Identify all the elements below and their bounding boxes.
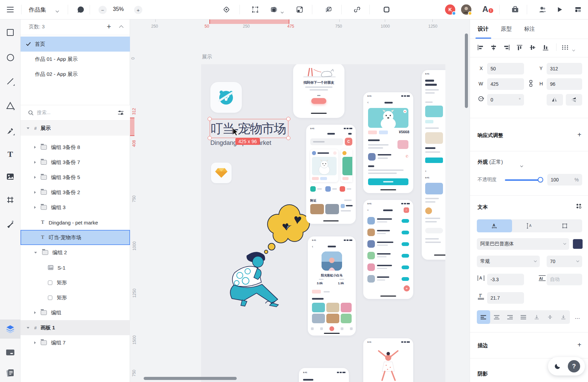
phone-mockup-welcome[interactable]: 9:11 <box>363 338 413 382</box>
expand-arrow-icon[interactable] <box>34 176 36 179</box>
font-color-swatch[interactable] <box>573 239 583 249</box>
responsive-add-button[interactable]: + <box>577 131 582 139</box>
w-input[interactable]: 425 <box>487 78 524 90</box>
distribute-chevron-icon[interactable] <box>573 46 575 52</box>
toolbox-icon[interactable] <box>510 5 520 14</box>
phone-mockup-feed[interactable]: 9:41 C <box>306 125 356 224</box>
phone-mockup-profile[interactable]: 9:41 ‹ 阳光彩虹小白马 3.8k 1.9k <box>308 236 356 336</box>
share-users-icon[interactable] <box>538 5 547 14</box>
pen-tool-icon[interactable] <box>5 125 16 136</box>
boolean-operation-icon[interactable] <box>269 5 278 14</box>
phone-mockup-clipped-right[interactable]: 9:41 ‹ 9:41 <box>422 70 445 260</box>
phone-mockup-partial[interactable]: 9:41 <box>299 368 349 382</box>
opacity-slider-thumb[interactable] <box>538 177 543 182</box>
text-styles-icon[interactable] <box>576 203 582 209</box>
collapse-arrow-icon[interactable] <box>27 327 29 329</box>
frame-slice-tool-icon[interactable] <box>5 194 16 205</box>
assets-doc-icon[interactable] <box>5 367 16 378</box>
tab-prototype[interactable]: 原型 <box>501 19 512 39</box>
text-more-options-button[interactable]: … <box>575 314 580 320</box>
layout-panels-icon[interactable] <box>573 5 583 14</box>
link-tool-icon[interactable] <box>352 5 362 14</box>
layer-row-text-dingdang-selected[interactable]: T 叮当-宠物市场 <box>21 230 130 245</box>
present-play-icon[interactable] <box>555 5 564 14</box>
expand-arrow-icon[interactable] <box>34 341 36 344</box>
appearance-chevron-icon[interactable] <box>521 162 523 168</box>
font-family-select[interactable]: 阿里巴巴普惠体 <box>477 238 569 250</box>
add-page-button[interactable]: + <box>107 22 111 31</box>
blend-mode-value[interactable]: (正常) <box>489 159 503 165</box>
layer-row-group[interactable]: 编组 <box>21 305 130 320</box>
collapse-arrow-icon[interactable] <box>27 127 29 129</box>
dark-mode-toggle[interactable] <box>551 360 564 372</box>
layers-panel-icon[interactable] <box>5 324 16 335</box>
phone-mockup-onboarding[interactable]: 找到你下一个好朋友 <box>293 64 344 118</box>
collaborator-avatar-k[interactable]: K <box>445 4 455 15</box>
thought-bubble-illustration[interactable]: ♥ ♥ <box>262 204 313 256</box>
components-library-icon[interactable] <box>5 347 16 358</box>
flip-horizontal-button[interactable] <box>547 94 563 106</box>
scale-tool-icon[interactable] <box>295 5 304 14</box>
zoom-level[interactable]: 35% <box>113 6 124 12</box>
expand-arrow-icon[interactable] <box>34 206 36 209</box>
layer-row-group[interactable]: 编组 3 <box>21 200 130 215</box>
align-text-top-button[interactable] <box>530 310 543 324</box>
comment-icon[interactable] <box>76 5 86 14</box>
align-top-icon[interactable] <box>516 44 523 51</box>
search-input[interactable]: 搜索... <box>37 110 51 116</box>
line-height-input[interactable]: 自动 <box>547 274 582 285</box>
layer-row-artboard-1[interactable]: # 画板 1 <box>21 320 130 335</box>
zoom-out-button[interactable]: − <box>99 6 107 14</box>
file-name[interactable]: 作品集 <box>29 6 46 14</box>
sketch-logo-card[interactable] <box>211 163 232 183</box>
layer-row-group-2[interactable]: 编组 2 <box>21 245 130 260</box>
main-menu-button[interactable] <box>5 5 15 14</box>
stroke-add-button[interactable]: + <box>577 341 582 349</box>
align-text-justify-button[interactable] <box>517 310 530 324</box>
artboard-zhanshi[interactable]: 叮当-宠物市场 Dingdang - pet market 425 x 96 <box>201 64 445 382</box>
brush-tool-icon[interactable] <box>5 218 16 229</box>
layer-row-group[interactable]: 编组 3备份 2 <box>21 185 130 200</box>
expand-arrow-icon[interactable] <box>34 161 36 164</box>
text-mode-auto-height[interactable]: A <box>512 219 547 232</box>
tab-design[interactable]: 设计 <box>478 19 488 39</box>
help-button[interactable]: ? <box>568 360 580 372</box>
layer-row-group-7[interactable]: 编组 7 <box>21 335 130 350</box>
page-item-work-01[interactable]: 作品 01 - App 展示 <box>21 52 130 67</box>
selection-handle-se[interactable] <box>286 136 290 140</box>
phone-mockup-detail[interactable]: 9:41 ‹ ♥ ¥5668 ✆ <box>363 92 413 193</box>
selection-handle-nw[interactable] <box>208 117 212 121</box>
x-input[interactable]: 50 <box>487 63 524 74</box>
filter-icon[interactable] <box>118 110 124 115</box>
mask-tool-icon[interactable] <box>324 5 333 14</box>
image-tool-icon[interactable] <box>5 171 16 182</box>
font-weight-select[interactable]: 常规 <box>477 256 540 267</box>
rectangle-tool-icon[interactable] <box>5 27 16 38</box>
line-tool-icon[interactable] <box>5 76 16 87</box>
align-left-icon[interactable] <box>477 44 484 51</box>
align-text-center-button[interactable] <box>490 310 504 324</box>
layer-row-text-dingdang-en[interactable]: T Dingdang - pet marke <box>21 215 130 230</box>
selection-handle-ne[interactable] <box>286 117 290 121</box>
layer-row-group[interactable]: 编组 3备份 8 <box>21 140 130 155</box>
frame-tool-icon[interactable] <box>382 5 391 14</box>
y-input[interactable]: 312 <box>547 63 582 74</box>
align-text-bottom-button[interactable] <box>557 310 570 324</box>
canvas-viewport[interactable]: 250 50 250 475 750 1000 1250 0 312 408 7… <box>130 19 470 382</box>
expand-arrow-icon[interactable] <box>34 311 36 314</box>
app-logo-card[interactable] <box>210 82 242 113</box>
vertical-scrollbar[interactable] <box>465 33 468 108</box>
font-warning-button[interactable]: A ! <box>482 4 488 14</box>
page-item-home[interactable]: 首页 <box>21 37 130 52</box>
h-input[interactable]: 96 <box>547 78 582 90</box>
align-right-icon[interactable] <box>503 44 510 51</box>
layer-row-group[interactable]: 编组 3备份 7 <box>21 155 130 170</box>
opacity-input[interactable]: 100% <box>547 174 582 186</box>
artboard-title[interactable]: 展示 <box>202 54 212 60</box>
horizontal-scrollbar[interactable] <box>144 377 237 380</box>
text-mode-auto-width[interactable]: A <box>477 219 512 232</box>
align-bottom-icon[interactable] <box>542 44 549 51</box>
layer-row-image-s1[interactable]: S-1 <box>21 260 130 275</box>
text-tool-icon[interactable]: T <box>5 149 16 160</box>
page-item-work-02[interactable]: 作品 02 - App 展示 <box>21 67 130 82</box>
